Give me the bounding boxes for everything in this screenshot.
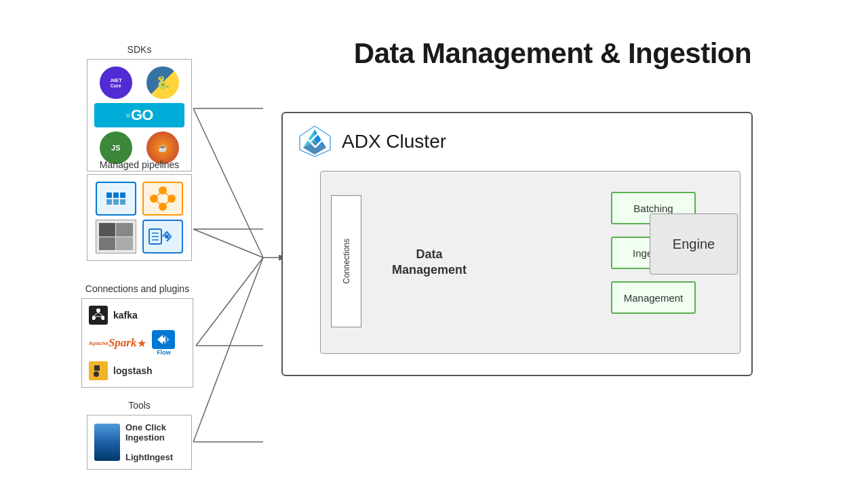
section-pipelines: Managed pipelines [87, 159, 192, 268]
svg-line-4 [154, 190, 163, 199]
logstash-label: logstash [113, 365, 153, 376]
svg-line-5 [163, 190, 172, 199]
adx-logo [296, 123, 334, 160]
lightingest-label: LightIngest [125, 452, 173, 462]
go-icon: ≡ GO [94, 103, 184, 127]
svg-rect-21 [94, 365, 100, 371]
dotnet-icon: .NET Core [100, 66, 132, 99]
pipeline-icons [94, 182, 184, 253]
svg-line-23 [193, 108, 263, 258]
adx-header: ADX Cluster [283, 113, 751, 165]
svg-line-27 [196, 258, 263, 346]
flow-icon: Flow [152, 330, 175, 356]
section-sdks: SDKs .NET Core 🐍 ≡ GO JS ☕ [87, 44, 192, 178]
svg-line-25 [193, 229, 263, 258]
connections-vert-box: Connections [331, 195, 361, 327]
svg-point-13 [96, 308, 100, 312]
logstash-icon [89, 361, 108, 380]
connections-box: kafka Apache Spark ★ Flow [81, 298, 193, 388]
svg-point-22 [94, 371, 99, 377]
svg-line-17 [98, 312, 103, 316]
pipeline-icon-3 [96, 220, 136, 253]
adx-title: ADX Cluster [342, 131, 446, 152]
pipelines-box [87, 174, 192, 261]
sdks-label: SDKs [87, 44, 192, 55]
svg-line-6 [163, 199, 172, 207]
tools-icon [94, 424, 120, 461]
management-pill: Management [611, 281, 696, 314]
dm-center-label: DataManagement [375, 247, 484, 279]
page-title: Data Management & Ingestion [264, 37, 841, 70]
tools-content: One Click Ingestion LightIngest [94, 422, 184, 462]
svg-line-16 [94, 312, 98, 316]
pipeline-icon-1 [96, 182, 136, 216]
pipelines-label: Managed pipelines [87, 159, 192, 170]
kafka-icon [89, 306, 108, 325]
sdks-box: .NET Core 🐍 ≡ GO JS ☕ [87, 59, 192, 171]
connections-label: Connections and plugins [81, 283, 193, 294]
tools-box: One Click Ingestion LightIngest [87, 415, 192, 470]
svg-point-14 [92, 316, 96, 320]
svg-line-29 [193, 258, 263, 442]
adx-cluster-container: ADX Cluster Connections DataManagement B… [281, 112, 753, 376]
spark-icon: Apache Spark ★ [89, 336, 146, 350]
kafka-row: kafka [89, 306, 186, 325]
logstash-row: logstash [89, 361, 186, 380]
tools-text: One Click Ingestion LightIngest [125, 422, 173, 462]
connections-vert-label: Connections [342, 239, 351, 284]
svg-point-12 [165, 235, 169, 239]
python-icon: 🐍 [146, 66, 179, 99]
section-connections: Connections and plugins kafka [81, 283, 193, 394]
engine-box: Engine [650, 214, 738, 274]
sdk-icons: .NET Core 🐍 ≡ GO JS ☕ [94, 66, 184, 164]
tools-section-label: Tools [87, 400, 192, 411]
one-click-label: One Click [125, 422, 173, 432]
section-tools: Tools One Click Ingestion LightIngest [87, 400, 192, 476]
conn-icons-list: kafka Apache Spark ★ Flow [89, 306, 186, 380]
kafka-label: kafka [113, 310, 138, 321]
svg-line-7 [154, 199, 163, 207]
pipeline-icon-4 [142, 220, 183, 253]
spark-flow-row: Apache Spark ★ Flow [89, 330, 175, 356]
pipeline-icon-2 [142, 182, 183, 216]
ingestion-label: Ingestion [125, 432, 173, 443]
